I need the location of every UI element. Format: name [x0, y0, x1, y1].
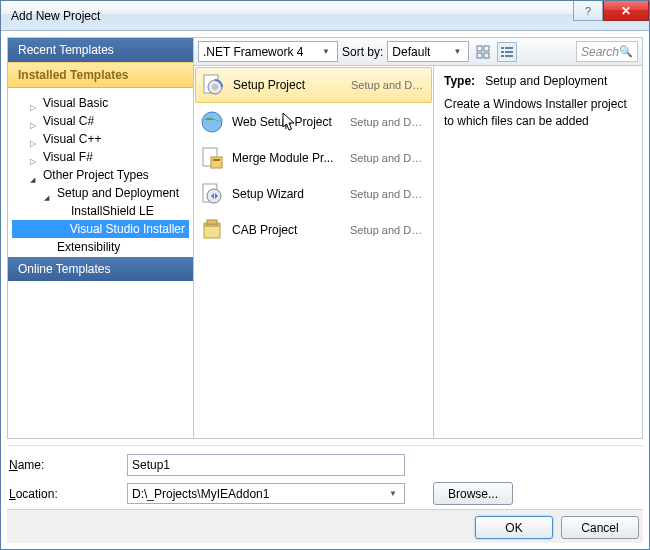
sortby-label: Sort by:	[342, 45, 383, 59]
detail-type-label: Type:	[444, 74, 475, 88]
help-button[interactable]: ?	[573, 1, 603, 21]
sidebar-header-online[interactable]: Online Templates	[8, 257, 193, 281]
location-row: Location: D:\_Projects\MyIEAddon1 ▼ Brow…	[9, 482, 641, 505]
svg-rect-17	[213, 159, 220, 161]
svg-rect-7	[505, 51, 513, 53]
list-icon	[500, 45, 514, 59]
grid-icon	[476, 45, 490, 59]
expand-open-icon	[44, 189, 53, 198]
tree-item-label: Visual C++	[43, 132, 101, 146]
close-icon: ✕	[621, 4, 631, 18]
svg-rect-0	[477, 46, 482, 51]
content-row: Setup ProjectSetup and Depl...Web Setup …	[194, 66, 642, 438]
window-title: Add New Project	[11, 9, 573, 23]
template-category: Setup and Depl...	[350, 224, 427, 236]
svg-rect-9	[505, 55, 513, 57]
svg-rect-2	[477, 53, 482, 58]
tree-item-label: Visual Basic	[43, 96, 108, 110]
template-category: Setup and Depl...	[350, 152, 427, 164]
tree-item-label: InstallShield LE	[71, 204, 154, 218]
sortby-combo[interactable]: Default ▼	[387, 41, 469, 62]
svg-rect-1	[484, 46, 489, 51]
tree-item-label: Setup and Deployment	[57, 186, 179, 200]
expand-open-icon	[30, 171, 39, 180]
svg-rect-3	[484, 53, 489, 58]
view-medium-icons-button[interactable]	[473, 42, 493, 62]
tree-item[interactable]: Visual C++	[12, 130, 189, 148]
template-icon	[200, 146, 224, 170]
tree-item[interactable]: Visual C#	[12, 112, 189, 130]
template-item[interactable]: Web Setup ProjectSetup and Depl...	[194, 104, 433, 140]
template-name: Setup Project	[233, 78, 343, 92]
detail-type-value: Setup and Deployment	[485, 74, 607, 88]
template-category: Setup and Depl...	[350, 116, 427, 128]
tree-item[interactable]: Setup and Deployment	[12, 184, 189, 202]
expand-closed-icon	[30, 99, 39, 108]
toolbar: .NET Framework 4 ▼ Sort by: Default ▼	[194, 38, 642, 66]
dialog-window: Add New Project ? ✕ Recent Templates Ins…	[0, 0, 650, 550]
svg-rect-8	[501, 55, 504, 57]
name-label: Name:	[9, 458, 119, 472]
template-icon	[200, 110, 224, 134]
sidebar-header-installed[interactable]: Installed Templates	[8, 62, 193, 88]
template-category: Setup and Depl...	[351, 79, 426, 91]
expand-none-icon	[44, 243, 53, 252]
titlebar-buttons: ? ✕	[573, 1, 649, 30]
template-icon	[200, 182, 224, 206]
chevron-down-icon: ▼	[386, 489, 400, 498]
cancel-label: Cancel	[581, 521, 618, 535]
svg-point-12	[212, 84, 218, 90]
search-input[interactable]: Search 🔍	[576, 41, 638, 62]
location-label: Location:	[9, 487, 119, 501]
detail-description: Create a Windows Installer project to wh…	[444, 96, 632, 130]
tree-item[interactable]: Other Project Types	[12, 166, 189, 184]
tree-item[interactable]: Visual F#	[12, 148, 189, 166]
ok-button[interactable]: OK	[475, 516, 553, 539]
tree-item-label: Visual F#	[43, 150, 93, 164]
expand-closed-icon	[30, 117, 39, 126]
template-name: Web Setup Project	[232, 115, 342, 129]
template-name: CAB Project	[232, 223, 342, 237]
tree-item[interactable]: Extensibility	[12, 238, 189, 256]
location-value: D:\_Projects\MyIEAddon1	[132, 487, 386, 501]
browse-button[interactable]: Browse...	[433, 482, 513, 505]
framework-combo[interactable]: .NET Framework 4 ▼	[198, 41, 338, 62]
expand-closed-icon	[30, 153, 39, 162]
tree-item-label: Visual C#	[43, 114, 94, 128]
chevron-down-icon: ▼	[319, 47, 333, 56]
location-input[interactable]: D:\_Projects\MyIEAddon1 ▼	[127, 483, 405, 504]
svg-rect-5	[505, 47, 513, 49]
template-item[interactable]: Setup WizardSetup and Depl...	[194, 176, 433, 212]
tree-item[interactable]: Visual Basic	[12, 94, 189, 112]
template-item[interactable]: CAB ProjectSetup and Depl...	[194, 212, 433, 248]
tree-item[interactable]: Visual Studio Installer	[12, 220, 189, 238]
tree-item-label: Visual Studio Installer	[70, 222, 185, 236]
sidebar-header-recent[interactable]: Recent Templates	[8, 38, 193, 62]
svg-rect-6	[501, 51, 504, 53]
svg-rect-4	[501, 47, 504, 49]
sortby-value: Default	[392, 45, 450, 59]
tree-item[interactable]: InstallShield LE	[12, 202, 189, 220]
sidebar: Recent Templates Installed Templates Vis…	[8, 38, 193, 438]
chevron-down-icon: ▼	[450, 47, 464, 56]
template-item[interactable]: Setup ProjectSetup and Depl...	[195, 67, 432, 103]
view-small-icons-button[interactable]	[497, 42, 517, 62]
template-tree[interactable]: Visual BasicVisual C#Visual C++Visual F#…	[8, 88, 193, 257]
form-area: Name: Setup1 Location: D:\_Projects\MyIE…	[7, 445, 643, 509]
expand-closed-icon	[30, 135, 39, 144]
template-list[interactable]: Setup ProjectSetup and Depl...Web Setup …	[194, 66, 434, 438]
name-input[interactable]: Setup1	[127, 454, 405, 476]
cancel-button[interactable]: Cancel	[561, 516, 639, 539]
button-row: OK Cancel	[7, 509, 643, 543]
detail-pane: Type: Setup and Deployment Create a Wind…	[434, 66, 642, 438]
dialog-body: Recent Templates Installed Templates Vis…	[1, 31, 649, 549]
name-value: Setup1	[132, 458, 170, 472]
close-button[interactable]: ✕	[603, 1, 649, 21]
titlebar[interactable]: Add New Project ? ✕	[1, 1, 649, 31]
expand-none-icon	[58, 225, 66, 234]
search-icon: 🔍	[619, 45, 633, 58]
template-name: Merge Module Pr...	[232, 151, 342, 165]
template-item[interactable]: Merge Module Pr...Setup and Depl...	[194, 140, 433, 176]
svg-rect-22	[207, 220, 217, 224]
template-icon	[200, 218, 224, 242]
